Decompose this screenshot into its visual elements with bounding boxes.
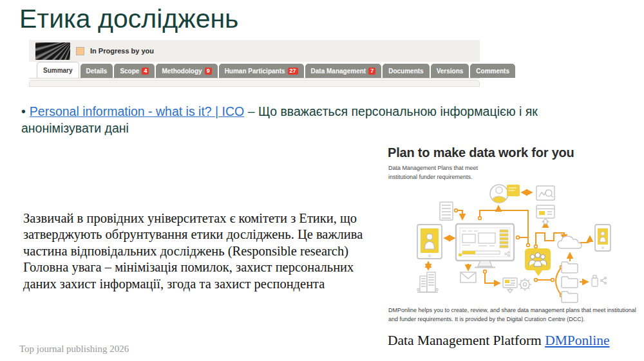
smartphone-icon [595,225,611,251]
cloud-icon [558,236,582,248]
tab-badge: 27 [288,68,298,75]
tab-versions[interactable]: Versions [431,64,469,78]
dmp-caption: DMPonline helps you to create, review, a… [388,306,638,324]
dmp-subheading: Data Management Plans that meet institut… [388,163,482,182]
plan-thumbnail [35,42,70,60]
bullet-item: •Personal information - what is it? | IC… [21,104,611,136]
team-bubble-icon [525,248,551,276]
tab-badge: 4 [142,68,149,75]
tab-documents[interactable]: Documents [383,64,429,78]
tab-human-participants[interactable]: Human Participants 27 [219,64,304,78]
status-label: In Progress by you [90,47,154,55]
gear-icon [518,278,531,291]
researcher-avatar-icon [490,185,508,203]
tab-label: Human Participants [225,68,285,75]
dmp-platform-line: Data Management Platform DMPonline [388,333,610,349]
dmp-heading: Plan to make data work for you [388,145,574,160]
dmponline-link[interactable]: DMPonline [545,333,609,348]
tab-details[interactable]: Details [80,64,113,78]
tab-badge: 7 [368,68,375,75]
tab-label: Summary [43,67,73,74]
dmp-line-text: Data Management Platform [388,333,545,348]
content-panel-edge [29,80,480,87]
dmponline-panel: Plan to make data work for you Data Mana… [386,145,642,332]
dmp-screenshot: In Progress by you Summary Details Scope… [29,40,480,87]
usb-share-icon [592,275,606,286]
status-swatch-icon [76,47,84,55]
institution-building-icon [417,272,438,292]
tab-comments[interactable]: Comments [470,64,515,78]
tab-bar: Summary Details Scope 4 Methodology 9 Hu… [29,62,480,79]
tablet-icon [417,225,442,259]
tab-badge: 9 [205,68,212,75]
page-title: Етика досліджень [19,4,238,34]
envelope-icon [460,272,476,282]
tab-label: Documents [388,68,423,75]
tab-label: Scope [120,68,139,75]
tab-label: Versions [437,68,464,75]
tab-label: Methodology [162,68,202,75]
tab-label: Details [86,68,108,75]
tab-label: Data Management [311,68,366,75]
form-submit-icon [503,278,517,293]
tab-scope[interactable]: Scope 4 [114,64,155,78]
speech-card-icon [507,185,520,196]
monitor-icon [456,224,514,268]
slide-footer: Top journal publishing 2026 [19,344,129,355]
bullet-marker: • [21,104,26,118]
folder-icons [562,262,578,302]
dmp-illustration [386,181,642,305]
tab-data-management[interactable]: Data Management 7 [305,64,382,78]
browser-upload-icon [536,205,554,224]
body-paragraph: Зазвичай в провідних університетах є ком… [23,210,388,292]
ico-link[interactable]: Personal information - what is it? | ICO [30,104,244,118]
document-list-icon [440,202,453,220]
plan-header-bar: In Progress by you [29,40,480,62]
tab-summary[interactable]: Summary [37,62,79,78]
tab-methodology[interactable]: Methodology 9 [156,64,217,78]
analytics-card-icon [536,186,554,200]
tab-label: Comments [476,68,509,75]
